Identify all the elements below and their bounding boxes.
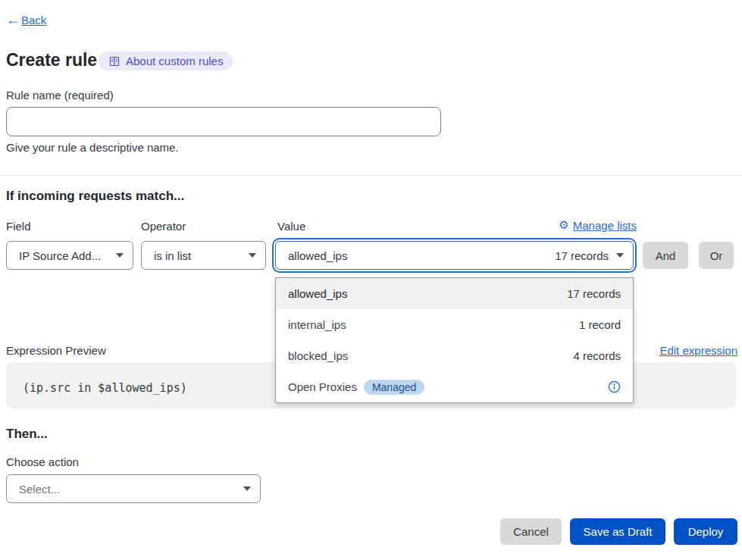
edit-expression-link[interactable]: Edit expression	[659, 344, 737, 357]
gear-icon: ⚙	[559, 218, 568, 232]
info-icon[interactable]	[608, 380, 621, 393]
section-divider	[0, 175, 742, 176]
rule-name-label: Rule name (required)	[6, 89, 114, 102]
list-option-record-count: 17 records	[567, 287, 621, 300]
list-option-record-count: 1 record	[579, 318, 621, 331]
book-icon	[108, 55, 121, 67]
list-dropdown-menu: allowed_ips 17 records internal_ips 1 re…	[275, 277, 634, 403]
value-select[interactable]: allowed_ips 17 records	[275, 241, 634, 270]
manage-lists-link[interactable]: ⚙ Manage lists	[559, 218, 637, 232]
chevron-down-icon	[116, 253, 124, 258]
match-section-heading: If incoming requests match...	[6, 189, 184, 204]
about-custom-rules-label: About custom rules	[126, 55, 223, 67]
or-button[interactable]: Or	[699, 242, 734, 269]
rule-name-helper: Give your rule a descriptive name.	[6, 141, 179, 154]
list-option-internal-ips[interactable]: internal_ips 1 record	[276, 309, 633, 340]
list-option-blocked-ips[interactable]: blocked_ips 4 records	[276, 340, 633, 371]
field-label: Field	[6, 220, 31, 233]
value-select-value: allowed_ips	[288, 249, 347, 262]
list-option-allowed-ips[interactable]: allowed_ips 17 records	[276, 278, 633, 309]
create-rule-page: ← Back Create rule About custom rules Ru…	[0, 0, 742, 560]
action-select[interactable]: Select...	[6, 474, 261, 503]
list-option-name: allowed_ips	[288, 287, 347, 300]
choose-action-label: Choose action	[6, 455, 79, 468]
cancel-button[interactable]: Cancel	[500, 518, 562, 545]
rule-name-input[interactable]	[6, 107, 441, 136]
value-label: Value	[277, 220, 305, 233]
managed-badge: Managed	[364, 380, 424, 395]
deploy-button[interactable]: Deploy	[674, 518, 737, 545]
back-arrow-icon: ←	[6, 12, 20, 28]
value-select-record-count: 17 records	[555, 249, 609, 262]
then-section-heading: Then...	[6, 427, 48, 442]
field-select[interactable]: IP Source Add...	[6, 241, 133, 270]
list-option-open-proxies[interactable]: Open Proxies Managed	[276, 371, 633, 402]
back-link[interactable]: Back	[21, 14, 46, 27]
chevron-down-icon	[249, 253, 256, 258]
chevron-down-icon	[243, 486, 251, 491]
operator-select-value: is in list	[154, 249, 191, 262]
list-option-name: internal_ips	[288, 318, 346, 331]
and-button[interactable]: And	[643, 242, 688, 269]
page-title: Create rule	[6, 50, 97, 70]
field-select-value: IP Source Add...	[19, 249, 101, 262]
expression-preview-label: Expression Preview	[6, 344, 106, 357]
list-option-name: Open Proxies	[288, 380, 357, 393]
manage-lists-label[interactable]: Manage lists	[573, 219, 637, 232]
chevron-down-icon	[616, 253, 624, 258]
list-option-name: blocked_ips	[288, 349, 348, 362]
list-option-record-count: 4 records	[573, 349, 621, 362]
action-select-placeholder: Select...	[19, 483, 60, 496]
about-custom-rules-link[interactable]: About custom rules	[99, 52, 233, 70]
save-as-draft-button[interactable]: Save as Draft	[570, 518, 665, 545]
operator-select[interactable]: is in list	[141, 241, 266, 270]
back-navigation[interactable]: ← Back	[6, 12, 46, 28]
operator-label: Operator	[141, 220, 186, 233]
expression-code: (ip.src in $allowed_ips)	[23, 381, 187, 395]
